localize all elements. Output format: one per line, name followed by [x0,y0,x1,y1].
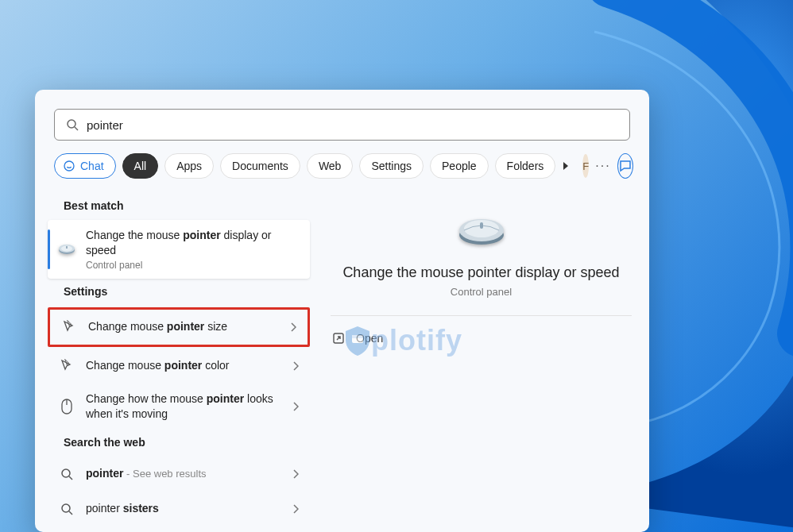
highlight-annotation: Change mouse pointer size [48,307,310,347]
filter-tab-settings[interactable]: Settings [359,153,424,179]
search-bar[interactable] [54,109,630,141]
pointer-icon [57,357,76,376]
svg-rect-6 [66,246,68,249]
svg-rect-16 [480,222,483,229]
filter-tab-web[interactable]: Web [307,153,354,179]
section-web: Search the web [48,430,310,457]
svg-point-2 [64,161,74,171]
section-best-match: Best match [48,193,310,220]
preview-pane: Change the mouse pointer display or spee… [313,187,649,532]
pointer-icon [60,318,79,337]
open-icon [332,332,345,345]
svg-point-9 [62,469,70,477]
user-avatar[interactable]: F [582,154,589,178]
divider [331,315,632,316]
filter-chat[interactable]: Chat [54,153,116,179]
result-title: Change mouse pointer size [88,319,280,334]
result-title: Change how the mouse pointer looks when … [86,391,283,422]
filter-tab-all[interactable]: All [122,153,159,179]
chevron-right-icon [292,402,299,411]
result-title: Change mouse pointer color [86,358,283,373]
result-pointer-size[interactable]: Change mouse pointer size [50,310,308,345]
mouse-device-icon [57,397,76,416]
result-pointer-moving[interactable]: Change how the mouse pointer looks when … [48,384,310,430]
result-subtitle: Control panel [86,260,299,271]
filter-chat-label: Chat [80,160,104,172]
result-best-match[interactable]: Change the mouse pointer display or spee… [48,220,310,279]
filter-tab-people[interactable]: People [430,153,489,179]
filter-tab-documents[interactable]: Documents [220,153,300,179]
chevron-right-icon [292,469,299,479]
result-title: pointer sisters [86,501,283,516]
result-title: pointer - See web results [86,466,283,481]
preview-mouse-icon [454,210,509,250]
results-list: Best match Change the mouse pointer disp… [35,187,313,532]
search-filters: Chat All Apps Documents Web Settings Peo… [35,141,649,187]
more-options-button[interactable]: ··· [595,159,610,173]
chevron-right-icon [292,361,299,371]
result-pointer-color[interactable]: Change mouse pointer color [48,349,310,384]
chevron-right-icon [290,322,296,332]
svg-point-0 [68,120,75,128]
windows-search-panel: Chat All Apps Documents Web Settings Peo… [35,90,649,532]
mouse-icon [57,240,76,259]
filter-scroll-right[interactable] [562,156,570,175]
svg-line-1 [75,127,78,130]
result-title: Change the mouse pointer display or spee… [86,228,299,258]
result-web-1[interactable]: pointer sisters [48,492,310,526]
preview-subtitle: Control panel [451,286,512,298]
svg-line-12 [69,511,72,515]
search-icon [66,118,79,131]
bing-chat-button[interactable] [617,153,633,179]
svg-line-10 [69,476,72,480]
filter-tab-folders[interactable]: Folders [495,153,556,179]
filter-tab-apps[interactable]: Apps [164,153,214,179]
open-button[interactable]: Open [331,327,385,349]
result-web-0[interactable]: pointer - See web results [48,457,310,492]
chevron-right-icon [292,504,299,514]
search-icon [57,465,76,484]
preview-title: Change the mouse pointer display or spee… [342,264,619,281]
search-input[interactable] [87,118,618,132]
section-settings: Settings [48,279,310,306]
open-label: Open [356,332,383,345]
svg-point-11 [62,504,70,512]
search-icon [57,499,76,519]
